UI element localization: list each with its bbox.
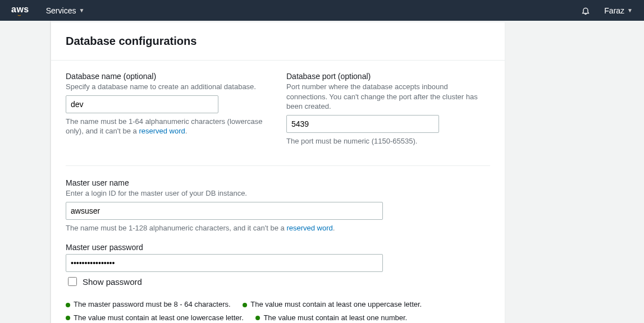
db-name-desc: Specify a database name to create an add… — [66, 82, 270, 92]
notifications-button[interactable] — [581, 6, 590, 15]
master-user-field: Master user name Enter a login ID for th… — [66, 178, 490, 233]
db-port-input[interactable] — [286, 115, 439, 133]
caret-down-icon: ▼ — [79, 7, 84, 13]
password-rules: The master password must be 8 - 64 chara… — [66, 298, 490, 323]
caret-down-icon: ▼ — [627, 7, 633, 13]
account-menu[interactable]: Faraz ▼ — [604, 6, 633, 15]
db-port-desc: Port number where the database accepts i… — [286, 82, 490, 112]
rule-number: The value must contain at least one numb… — [255, 311, 407, 323]
db-port-label: Database port (optional) — [286, 72, 490, 81]
aws-logo-swoosh-icon: ⌣ — [11, 14, 29, 16]
services-menu[interactable]: Services ▼ — [46, 6, 85, 15]
db-name-port-row: Database name (optional) Specify a datab… — [66, 72, 490, 153]
master-password-label: Master user password — [66, 243, 490, 252]
card-title: Database configurations — [66, 35, 490, 48]
bell-icon — [581, 6, 590, 15]
db-config-card: Database configurations Database name (o… — [51, 22, 505, 323]
aws-logo[interactable]: aws ⌣ — [11, 4, 29, 16]
master-user-desc: Enter a login ID for the master user of … — [66, 188, 490, 199]
status-dot-icon — [66, 316, 70, 320]
page: Database configurations Database name (o… — [0, 21, 644, 323]
global-nav: aws ⌣ Services ▼ Faraz ▼ — [0, 0, 644, 21]
master-user-input[interactable] — [66, 202, 383, 220]
rule-lowercase: The value must contain at least one lowe… — [66, 311, 244, 323]
status-dot-icon — [243, 303, 247, 307]
db-port-hint: The port must be numeric (1150-65535). — [286, 136, 490, 146]
master-user-hint: The name must be 1-128 alphanumeric char… — [66, 223, 490, 233]
divider — [66, 165, 490, 166]
master-user-label: Master user name — [66, 178, 490, 187]
account-user-name: Faraz — [604, 6, 624, 15]
card-header: Database configurations — [51, 22, 505, 61]
services-label: Services — [46, 6, 76, 15]
show-password-label[interactable]: Show password — [83, 277, 142, 287]
reserved-word-link[interactable]: reserved word — [139, 127, 185, 135]
rule-length: The master password must be 8 - 64 chara… — [66, 298, 231, 311]
db-name-input[interactable] — [66, 95, 218, 113]
db-name-hint: The name must be 1-64 alphanumeric chara… — [66, 117, 270, 136]
master-password-input[interactable] — [66, 254, 383, 272]
reserved-word-link[interactable]: reserved word — [286, 224, 332, 232]
rule-uppercase: The value must contain at least one uppe… — [243, 298, 422, 311]
status-dot-icon — [66, 303, 70, 307]
db-name-label: Database name (optional) — [66, 72, 270, 81]
status-dot-icon — [255, 316, 260, 320]
left-gutter — [0, 21, 51, 323]
master-password-field: Master user password Show password — [66, 243, 490, 288]
db-name-field: Database name (optional) Specify a datab… — [66, 72, 270, 153]
show-password-checkbox[interactable] — [68, 277, 77, 286]
db-port-field: Database port (optional) Port number whe… — [286, 72, 490, 153]
